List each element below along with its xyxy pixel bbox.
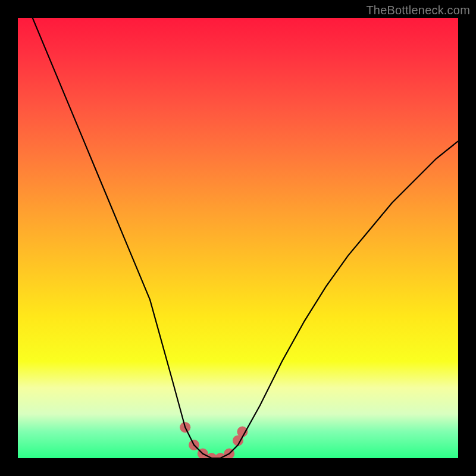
bottom-markers-group	[180, 422, 248, 458]
chart-container: TheBottleneck.com	[0, 0, 476, 476]
marker-dot	[237, 427, 248, 437]
plot-area	[18, 18, 458, 458]
bottleneck-curve-path	[18, 18, 458, 458]
watermark-label: TheBottleneck.com	[366, 4, 470, 17]
chart-svg	[18, 18, 458, 458]
